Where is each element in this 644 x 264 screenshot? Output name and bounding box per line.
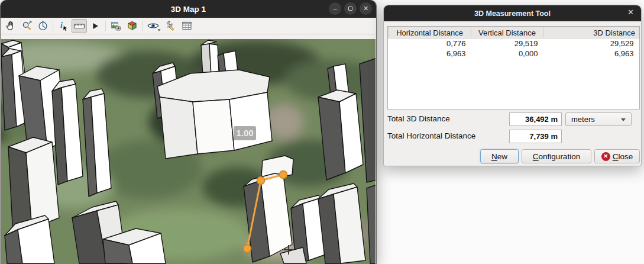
cube-icon <box>127 20 138 31</box>
close-button[interactable]: ✕ <box>360 2 372 15</box>
new-button[interactable]: New <box>480 149 519 163</box>
save-image-icon <box>110 20 122 32</box>
table-header-row: Horizontal Distance Vertical Distance 3D… <box>389 27 639 38</box>
save-image-button[interactable] <box>108 19 124 33</box>
cell: 29,519 <box>471 38 543 49</box>
measurement-table[interactable]: Horizontal Distance Vertical Distance 3D… <box>387 26 640 110</box>
configure-button[interactable] <box>163 19 179 33</box>
map-window-title: 3D Map 1 <box>171 5 206 14</box>
toolbar-separator <box>105 21 106 31</box>
dialog-close-icon[interactable]: ✕ <box>627 8 634 16</box>
table-icon <box>181 20 193 32</box>
maximize-button[interactable] <box>344 2 357 15</box>
minimize-button[interactable]: – <box>329 2 341 15</box>
identify-icon: i <box>57 20 69 32</box>
screen: 3D Map 1 – ✕ i <box>0 0 644 264</box>
wrench-icon <box>165 20 177 32</box>
dialog-titlebar[interactable]: 3D Measurement Tool ✕ <box>384 5 641 21</box>
table-row[interactable]: 6,963 0,000 6,963 <box>389 49 639 59</box>
minimize-icon: – <box>333 5 336 12</box>
map-titlebar[interactable]: 3D Map 1 – ✕ <box>1 0 376 18</box>
overlay-badge: 1.00 <box>234 126 256 140</box>
new-button-label: New <box>491 152 507 161</box>
measure-line-button[interactable] <box>72 19 87 33</box>
configuration-button-label: Configuration <box>533 152 580 161</box>
cell: 6,963 <box>389 49 471 59</box>
chevron-down-icon <box>621 118 626 121</box>
measurement-dialog: 3D Measurement Tool ✕ Horizontal Distanc… <box>383 5 642 166</box>
identify-button[interactable]: i <box>56 19 71 33</box>
svg-text:i: i <box>60 21 63 30</box>
scene-canvas: 1.00 <box>1 39 376 264</box>
play-icon <box>90 21 101 31</box>
cell: 29,529 <box>543 38 639 49</box>
map-toolbar: i <box>1 18 376 34</box>
play-animation-button[interactable] <box>88 19 103 33</box>
zoom-full-button[interactable] <box>19 19 34 33</box>
unit-dropdown-value: meters <box>571 115 595 124</box>
cell: 6,963 <box>543 49 639 59</box>
close-button-label: Close <box>613 152 633 161</box>
map-3d-viewport[interactable]: 1.00 <box>1 39 376 264</box>
animation-timer-button[interactable] <box>35 19 50 33</box>
overlay-badge-label: 1.00 <box>236 128 253 138</box>
total-3d-distance-value[interactable]: 36,492 m <box>509 112 562 126</box>
measurement-table-button[interactable] <box>179 19 195 33</box>
close-dialog-button[interactable]: ✕ Close <box>594 149 640 163</box>
close-red-icon: ✕ <box>601 152 610 161</box>
total-3d-distance-label: Total 3D Distance <box>387 114 450 123</box>
export-3d-scene-button[interactable] <box>124 19 140 33</box>
camera-view-button[interactable] <box>145 19 163 33</box>
zoom-full-icon <box>21 20 33 31</box>
window-controls: – ✕ <box>329 2 372 15</box>
col-horizontal-distance[interactable]: Horizontal Distance <box>389 27 471 38</box>
eye-icon <box>147 20 161 32</box>
cell: 0,000 <box>471 49 543 59</box>
unit-dropdown[interactable]: meters <box>565 112 632 126</box>
clock-icon <box>37 20 48 31</box>
table-row[interactable]: 0,776 29,519 29,529 <box>389 38 639 49</box>
dialog-title: 3D Measurement Tool <box>474 9 551 18</box>
map-window: 3D Map 1 – ✕ i <box>0 0 377 264</box>
toolbar-separator <box>53 21 53 31</box>
total-horizontal-distance-label: Total Horizontal Distance <box>387 131 475 140</box>
toolbar-separator <box>142 21 143 31</box>
maximize-icon <box>348 7 352 11</box>
configuration-button[interactable]: Configuration <box>522 149 591 163</box>
total-horizontal-distance-value[interactable]: 7,739 m <box>509 130 562 143</box>
close-icon: ✕ <box>363 5 368 12</box>
ruler-icon <box>73 20 85 32</box>
hand-icon <box>5 20 17 31</box>
cell: 0,776 <box>389 38 471 49</box>
col-vertical-distance[interactable]: Vertical Distance <box>471 27 543 38</box>
camera-control-button[interactable] <box>3 19 18 33</box>
col-3d-distance[interactable]: 3D Distance <box>543 27 639 38</box>
